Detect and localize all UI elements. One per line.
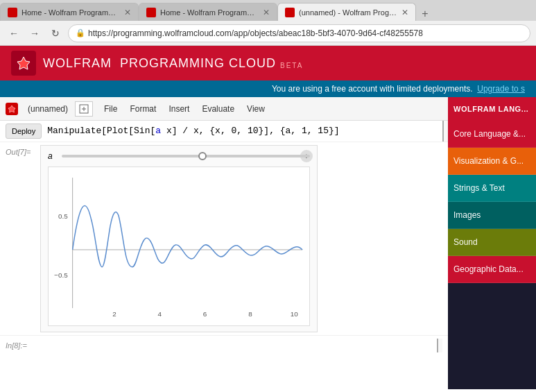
notebook-content: Deploy Manipulate[Plot[Sin[a x] / x, {x,…: [0, 121, 448, 389]
upgrade-link[interactable]: Upgrade to s: [477, 84, 525, 94]
notebook-title: (unnamed): [22, 104, 74, 114]
tab2-title: Home - Wolfram Programmin...: [160, 8, 259, 17]
notebook-area: (unnamed) File Format Insert Evaluate Vi…: [0, 97, 448, 389]
notebook-favicon: [6, 103, 18, 115]
ssl-lock-icon: 🔒: [76, 28, 85, 37]
bottom-input-label: In[8]:=: [6, 341, 40, 350]
tab2-favicon: [146, 8, 156, 17]
plot-area: 0.5 −0.5 2 4 6 8 10: [48, 167, 310, 326]
beta-badge: BETA: [280, 62, 303, 69]
tab3-favicon: [285, 8, 295, 17]
tab3-close[interactable]: ✕: [401, 8, 408, 17]
notebook-toolbar: (unnamed) File Format Insert Evaluate Vi…: [0, 97, 448, 121]
slider-row: a: [41, 146, 317, 164]
sidebar-item-visualization[interactable]: Visualization & G...: [448, 148, 536, 175]
bottom-cell-bracket: [437, 339, 442, 352]
tab-2[interactable]: Home - Wolfram Programmin... ✕: [139, 3, 277, 21]
notice-text: You are using a free account with limite…: [272, 84, 473, 94]
insert-menu[interactable]: Insert: [163, 101, 195, 117]
forward-button[interactable]: →: [26, 25, 43, 42]
tab3-title: (unnamed) - Wolfram Progra...: [299, 8, 397, 17]
back-button[interactable]: ←: [6, 25, 22, 42]
plot-svg: 0.5 −0.5 2 4 6 8 10: [49, 167, 309, 325]
sidebar-viz-label: Visualization & G...: [453, 156, 524, 166]
sidebar-item-strings[interactable]: Strings & Text: [448, 175, 536, 202]
input-cell: Deploy Manipulate[Plot[Sin[a x] / x, {x,…: [0, 121, 448, 142]
wolfram-logo-icon: [17, 56, 31, 70]
file-menu[interactable]: File: [98, 101, 123, 117]
tab1-close[interactable]: ✕: [124, 8, 131, 17]
right-sidebar: WOLFRAM LANG... Core Language &... Visua…: [448, 97, 536, 389]
svg-text:8: 8: [248, 310, 252, 318]
format-menu[interactable]: Format: [124, 101, 162, 117]
sidebar-item-geographic[interactable]: Geographic Data...: [448, 256, 536, 283]
slider-track[interactable]: [62, 155, 310, 157]
svg-text:4: 4: [158, 310, 162, 318]
sidebar-item-images[interactable]: Images: [448, 202, 536, 229]
output-content: + a: [40, 145, 442, 332]
cell-code-text: Manipulate[Plot[Sin[a x] / x, {x, 0, 10}…: [47, 123, 442, 137]
notebook-menu: File Format Insert Evaluate View: [98, 101, 270, 117]
export-button[interactable]: [75, 101, 93, 117]
address-bar[interactable]: 🔒 https://programming.wolframcloud.com/a…: [68, 24, 530, 42]
programming-cloud-word: PROGRAMMING CLOUD: [120, 56, 276, 70]
svg-text:−0.5: −0.5: [54, 271, 68, 279]
reload-button[interactable]: ↻: [47, 25, 64, 42]
wolfram-logo: [11, 51, 36, 76]
sidebar-geo-label: Geographic Data...: [453, 264, 524, 274]
slider-label: a: [48, 151, 56, 161]
sidebar-strings-label: Strings & Text: [453, 183, 505, 193]
notice-bar: You are using a free account with limite…: [0, 80, 536, 97]
main-area: (unnamed) File Format Insert Evaluate Vi…: [0, 97, 536, 389]
svg-text:10: 10: [291, 310, 298, 318]
new-tab-button[interactable]: +: [416, 7, 434, 21]
browser-bar: ← → ↻ 🔒 https://programming.wolframcloud…: [0, 21, 536, 46]
slider-thumb[interactable]: [198, 152, 207, 160]
sidebar-images-label: Images: [453, 210, 481, 220]
svg-marker-1: [8, 105, 15, 112]
bottom-input-cell: In[8]:=: [0, 335, 448, 355]
evaluate-menu[interactable]: Evaluate: [196, 101, 240, 117]
sidebar-core-label: Core Language &...: [453, 129, 526, 139]
tab1-favicon: [8, 8, 17, 17]
sidebar-item-sound[interactable]: Sound: [448, 229, 536, 256]
tab1-title: Home - Wolfram Programmin...: [21, 8, 120, 17]
notebook-logo-icon: [8, 105, 16, 113]
wolfram-word: WOLFRAM: [43, 56, 112, 70]
deploy-button[interactable]: Deploy: [6, 123, 42, 139]
output-cell: Out[7]= + a: [0, 142, 448, 335]
svg-marker-0: [17, 57, 30, 69]
sidebar-header: WOLFRAM LANG...: [448, 97, 536, 121]
export-icon: [79, 104, 89, 114]
address-text: https://programming.wolframcloud.com/app…: [88, 28, 423, 38]
svg-text:6: 6: [203, 310, 207, 318]
browser-tabs: Home - Wolfram Programmin... ✕ Home - Wo…: [0, 0, 536, 21]
tab-3[interactable]: (unnamed) - Wolfram Progra... ✕: [277, 3, 416, 21]
view-menu[interactable]: View: [241, 101, 270, 117]
svg-text:2: 2: [112, 310, 116, 318]
cell-bracket: [442, 121, 448, 142]
output-label: Out[7]=: [6, 145, 40, 332]
wolfram-header: WOLFRAM PROGRAMMING CLOUD BETA: [0, 46, 536, 80]
sidebar-sound-label: Sound: [453, 237, 478, 247]
manipulate-widget: + a: [40, 145, 318, 332]
sidebar-item-core-language[interactable]: Core Language &...: [448, 121, 536, 148]
tab2-close[interactable]: ✕: [263, 8, 270, 17]
tab-1[interactable]: Home - Wolfram Programmin... ✕: [0, 3, 139, 21]
svg-text:0.5: 0.5: [58, 212, 68, 220]
wolfram-brand: WOLFRAM PROGRAMMING CLOUD: [43, 56, 276, 71]
